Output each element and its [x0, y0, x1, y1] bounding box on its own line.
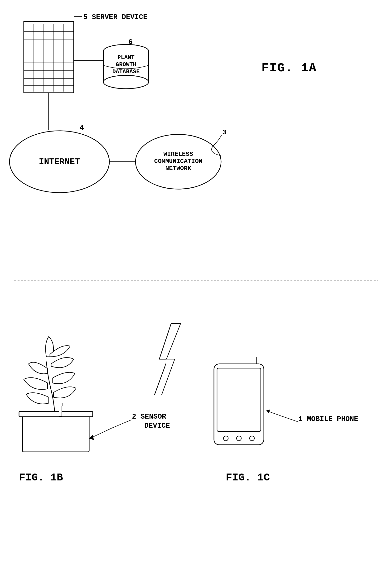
svg-point-24: [10, 131, 109, 193]
svg-point-50: [250, 436, 254, 441]
svg-rect-45: [214, 364, 264, 445]
svg-rect-37: [59, 404, 62, 416]
svg-text:2  SENSOR: 2 SENSOR: [132, 413, 166, 421]
main-svg: 5 SERVER DEVICE 6 PLANT GROWTH DATABASE …: [0, 0, 392, 572]
svg-text:FIG. 1C: FIG. 1C: [226, 472, 270, 484]
svg-marker-44: [89, 435, 94, 440]
svg-text:DATABASE: DATABASE: [112, 68, 140, 75]
svg-text:FIG. 1B: FIG. 1B: [19, 472, 63, 484]
diagram-container: 5 SERVER DEVICE 6 PLANT GROWTH DATABASE …: [0, 0, 392, 572]
svg-rect-36: [19, 412, 93, 417]
svg-rect-46: [217, 368, 261, 431]
svg-point-28: [136, 134, 221, 189]
svg-text:PLANT: PLANT: [117, 54, 135, 61]
svg-text:INTERNET: INTERNET: [39, 157, 80, 167]
svg-text:FIG. 1A: FIG. 1A: [262, 61, 317, 75]
svg-text:1  MOBILE PHONE: 1 MOBILE PHONE: [298, 415, 358, 423]
svg-rect-35: [23, 414, 89, 452]
svg-text:4: 4: [80, 124, 84, 132]
server-num-label: 5 SERVER DEVICE: [83, 13, 147, 21]
svg-text:NETWORK: NETWORK: [165, 165, 191, 172]
server-device-box: [24, 21, 74, 93]
svg-point-49: [236, 436, 241, 441]
svg-text:6: 6: [128, 38, 133, 46]
svg-point-17: [103, 75, 149, 89]
svg-line-42: [112, 420, 131, 428]
svg-rect-38: [58, 403, 63, 406]
svg-point-13: [103, 45, 149, 58]
svg-text:WIRELESS: WIRELESS: [164, 151, 193, 158]
svg-marker-52: [266, 410, 270, 413]
svg-point-48: [223, 436, 228, 441]
svg-text:COMMUNICATION: COMMUNICATION: [154, 158, 203, 165]
svg-rect-14: [103, 51, 149, 82]
svg-text:GROWTH: GROWTH: [116, 61, 136, 68]
svg-text:DEVICE: DEVICE: [144, 422, 170, 430]
svg-text:3: 3: [222, 128, 227, 137]
svg-line-43: [92, 428, 112, 438]
